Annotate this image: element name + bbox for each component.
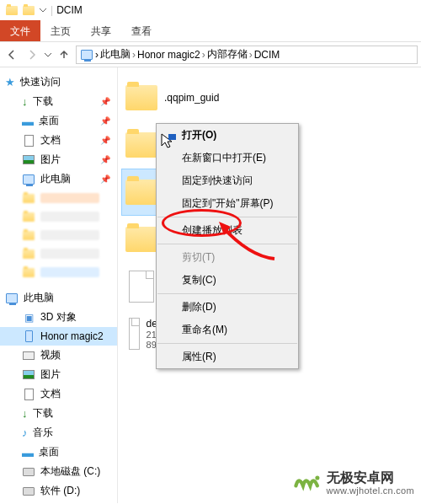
folder-icon bbox=[22, 228, 35, 242]
breadcrumb[interactable]: › 此电脑› Honor magic2› 内部存储› DCIM bbox=[76, 46, 418, 64]
label: 此电脑 bbox=[24, 291, 54, 305]
pin-icon: 📌 bbox=[100, 174, 110, 184]
watermark: 无极安卓网 www.wjhotel.cn.com bbox=[293, 469, 414, 497]
pc-icon bbox=[22, 173, 35, 186]
sidebar-item-documents[interactable]: 文档📌 bbox=[0, 131, 117, 150]
chevron-right-icon[interactable]: › bbox=[202, 49, 205, 61]
watermark-title: 无极安卓网 bbox=[327, 470, 414, 485]
menu-playlist[interactable]: 创建播放列表 bbox=[157, 219, 298, 242]
music-icon: ♪ bbox=[22, 426, 28, 439]
folder-icon bbox=[125, 227, 157, 252]
separator bbox=[157, 293, 297, 294]
crumb-device[interactable]: Honor magic2 bbox=[137, 49, 200, 61]
download-icon: ↓ bbox=[22, 95, 28, 108]
tab-share[interactable]: 共享 bbox=[81, 20, 121, 41]
up-button[interactable] bbox=[56, 46, 72, 63]
sidebar-item-desktop[interactable]: ▬桌面📌 bbox=[0, 111, 117, 131]
menu-copy[interactable]: 复制(C) bbox=[157, 269, 298, 292]
download-icon: ↓ bbox=[22, 407, 28, 420]
sidebar-item-blur[interactable] bbox=[0, 207, 117, 226]
folder-icon bbox=[22, 191, 35, 205]
tab-view[interactable]: 查看 bbox=[121, 20, 162, 41]
sidebar-this-pc[interactable]: 此电脑 bbox=[0, 288, 117, 308]
title-bar: | DCIM bbox=[0, 0, 421, 20]
context-menu: 打开(O) 在新窗口中打开(E) 固定到快速访问 固定到"开始"屏幕(P) 创建… bbox=[156, 123, 299, 369]
label: 快速访问 bbox=[20, 75, 61, 89]
sidebar-item-3d[interactable]: ▣3D 对象 bbox=[0, 308, 117, 327]
pin-icon: 📌 bbox=[100, 155, 110, 164]
folder-icon bbox=[125, 85, 157, 110]
sidebar-item-c-drive[interactable]: 本地磁盘 (C:) bbox=[0, 462, 117, 481]
menu-open[interactable]: 打开(O) bbox=[157, 124, 298, 147]
dropdown-icon[interactable] bbox=[39, 6, 47, 14]
sidebar-item-pictures[interactable]: 图片📌 bbox=[0, 150, 117, 169]
menu-open-new[interactable]: 在新窗口中打开(E) bbox=[157, 147, 298, 169]
separator bbox=[157, 217, 297, 217]
ribbon-tabs: 文件 主页 共享 查看 bbox=[0, 20, 421, 42]
sidebar-item-downloads[interactable]: ↓下载 bbox=[0, 404, 117, 423]
crumb-thispc[interactable]: 此电脑 bbox=[100, 47, 131, 62]
sidebar-item-videos[interactable]: 视频 bbox=[0, 346, 117, 365]
forward-button[interactable] bbox=[24, 46, 40, 63]
disk-icon bbox=[22, 485, 35, 498]
folder-icon bbox=[125, 132, 157, 158]
pin-icon: 📌 bbox=[100, 116, 110, 126]
sidebar-item-cd-drive[interactable]: CD 驱动器 (E:) HiSu bbox=[0, 501, 117, 504]
sidebar-item-downloads[interactable]: ↓下载📌 bbox=[0, 92, 117, 111]
desktop-icon: ▬ bbox=[22, 115, 34, 128]
sidebar-item-blur[interactable] bbox=[0, 263, 117, 281]
address-bar: › 此电脑› Honor magic2› 内部存储› DCIM bbox=[0, 42, 421, 67]
logo-icon bbox=[293, 469, 322, 497]
cube-icon: ▣ bbox=[22, 311, 35, 324]
menu-delete[interactable]: 删除(D) bbox=[157, 296, 298, 319]
sidebar-item-blur[interactable] bbox=[0, 189, 117, 207]
pc-icon bbox=[5, 292, 19, 305]
history-dropdown-icon[interactable] bbox=[44, 51, 52, 59]
tab-file[interactable]: 文件 bbox=[0, 20, 40, 41]
svg-rect-0 bbox=[168, 134, 176, 140]
document-icon bbox=[22, 134, 35, 147]
pin-icon: 📌 bbox=[100, 136, 110, 145]
pc-icon bbox=[80, 48, 93, 62]
back-button[interactable] bbox=[3, 46, 20, 63]
separator: | bbox=[51, 4, 53, 16]
sidebar-item-honor[interactable]: Honor magic2 bbox=[0, 327, 117, 346]
chevron-right-icon[interactable]: › bbox=[132, 49, 136, 61]
phone-icon bbox=[22, 330, 35, 343]
folder-icon bbox=[5, 3, 19, 17]
chevron-right-icon[interactable]: › bbox=[95, 49, 99, 61]
picture-icon bbox=[22, 153, 35, 167]
menu-properties[interactable]: 属性(R) bbox=[157, 346, 298, 368]
crumb-dcim[interactable]: DCIM bbox=[254, 49, 280, 61]
video-icon bbox=[22, 349, 35, 362]
menu-pin-quick[interactable]: 固定到快速访问 bbox=[157, 169, 298, 192]
folder-icon bbox=[22, 265, 35, 279]
watermark-url: www.wjhotel.cn.com bbox=[327, 485, 414, 496]
sidebar-item-desktop[interactable]: ▬桌面 bbox=[0, 442, 117, 462]
file-icon bbox=[129, 271, 154, 303]
sidebar-item-pictures[interactable]: 图片 bbox=[0, 365, 117, 384]
menu-pin-start[interactable]: 固定到"开始"屏幕(P) bbox=[157, 192, 298, 215]
sidebar: ★快速访问 ↓下载📌 ▬桌面📌 文档📌 图片📌 此电脑📌 此电脑 ▣3D 对象 … bbox=[0, 67, 118, 503]
sidebar-item-music[interactable]: ♪音乐 bbox=[0, 423, 117, 442]
tab-home[interactable]: 主页 bbox=[40, 20, 81, 41]
chevron-right-icon[interactable]: › bbox=[249, 49, 253, 61]
crumb-storage[interactable]: 内部存储 bbox=[207, 47, 248, 62]
sidebar-item-blur[interactable] bbox=[0, 244, 117, 263]
separator bbox=[157, 244, 297, 244]
menu-rename[interactable]: 重命名(M) bbox=[157, 319, 298, 341]
folder-icon bbox=[22, 3, 35, 17]
menu-cut[interactable]: 剪切(T) bbox=[157, 246, 298, 269]
cursor-icon bbox=[160, 132, 177, 149]
sidebar-item-thispc[interactable]: 此电脑📌 bbox=[0, 169, 117, 189]
list-item[interactable]: .qqpim_guid bbox=[121, 74, 273, 121]
item-name: .qqpim_guid bbox=[164, 92, 219, 104]
sidebar-item-d-drive[interactable]: 软件 (D:) bbox=[0, 481, 117, 501]
folder-icon bbox=[22, 247, 35, 260]
sidebar-quick-access[interactable]: ★快速访问 bbox=[0, 72, 117, 92]
document-icon bbox=[22, 388, 35, 401]
sidebar-item-blur[interactable] bbox=[0, 226, 117, 244]
sidebar-item-documents[interactable]: 文档 bbox=[0, 384, 117, 404]
desktop-icon: ▬ bbox=[22, 446, 34, 459]
svg-point-1 bbox=[315, 476, 319, 480]
